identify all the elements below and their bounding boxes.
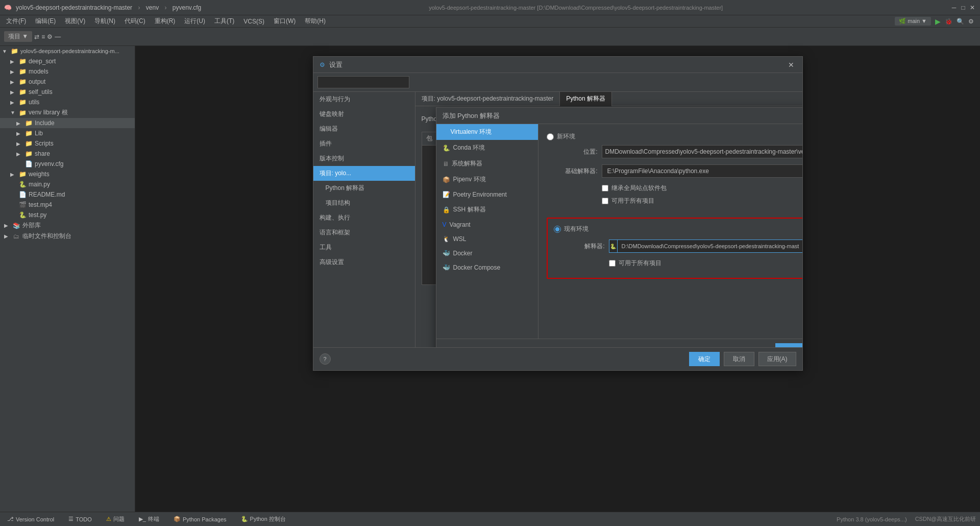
tree-test-py[interactable]: 🐍 test.py	[0, 210, 135, 220]
interp-item-vagrant[interactable]: V Vagrant	[436, 218, 538, 232]
settings-cancel-button[interactable]: 取消	[724, 352, 754, 366]
tree-main-py[interactable]: 🐍 main.py	[0, 179, 135, 189]
existing-env-radio[interactable]	[554, 226, 561, 233]
settings-item-appearance[interactable]: 外观与行为	[313, 92, 415, 107]
tree-test-mp4[interactable]: 🎬 test.mp4	[0, 200, 135, 210]
add-interp-ok-button[interactable]: 确定	[775, 343, 802, 347]
settings-item-project-struct[interactable]: 项目结构	[313, 196, 415, 210]
tree-readme[interactable]: 📄 README.md	[0, 189, 135, 200]
settings-search-input[interactable]	[317, 76, 409, 88]
settings-ok-button[interactable]: 确定	[689, 352, 720, 366]
existing-interp-label: 解释器:	[564, 242, 605, 251]
base-interp-select[interactable]: E:\ProgramFile\Anaconda\python.exe	[602, 164, 802, 178]
tree-venv[interactable]: ▼ 📁 venv library 根	[0, 107, 135, 118]
toolbar-icon-1[interactable]: ⇄	[34, 33, 39, 40]
settings-apply-button[interactable]: 应用(A)	[758, 352, 796, 366]
tree-self-utils[interactable]: ▶ 📁 self_utils	[0, 87, 135, 97]
interp-item-ssh[interactable]: 🔒 SSH 解释器	[436, 202, 538, 218]
new-env-radio[interactable]	[547, 133, 554, 140]
available-existing-checkbox[interactable]	[609, 260, 616, 267]
bottom-terminal[interactable]: ▶_ 终端	[136, 514, 162, 524]
tab-python-interpreter[interactable]: Python 解释器	[560, 92, 612, 106]
temp-arrow: ▶	[4, 233, 10, 239]
lib-label: Lib	[35, 130, 43, 137]
pipenv-label: Pipenv 环境	[453, 175, 486, 184]
settings-item-plugins[interactable]: 插件	[313, 136, 415, 151]
settings-item-lang[interactable]: 语言和框架	[313, 225, 415, 240]
menu-window[interactable]: 窗口(W)	[270, 16, 300, 27]
tree-deep-sort[interactable]: ▶ 📁 deep_sort	[0, 56, 135, 66]
interp-item-virtualenv[interactable]: ✦ Virtualenv 环境	[436, 124, 538, 140]
utils-label: utils	[29, 99, 39, 106]
tab-project-name[interactable]: 项目: yolov5-deepsort-pedestraintracking-m…	[415, 92, 560, 106]
vc-icon: ⎇	[7, 516, 14, 522]
menu-run[interactable]: 运行(U)	[180, 16, 209, 27]
existing-env-radio-item[interactable]: 现有环境	[554, 225, 802, 233]
interp-item-conda[interactable]: 🐍 Conda 环境	[436, 140, 538, 156]
menu-tools[interactable]: 工具(T)	[210, 16, 238, 27]
root-arrow: ▼	[2, 49, 8, 54]
menu-help[interactable]: 帮助(H)	[301, 16, 330, 27]
settings-item-editor[interactable]: 编辑器	[313, 122, 415, 136]
interp-item-wsl[interactable]: 🐧 WSL	[436, 232, 538, 246]
tree-utils[interactable]: ▶ 📁 utils	[0, 97, 135, 107]
settings-item-python-interp[interactable]: Python 解释器	[313, 181, 415, 196]
settings-item-vcs[interactable]: 版本控制	[313, 151, 415, 166]
interp-item-system[interactable]: 🖥 系统解释器	[436, 156, 538, 172]
wsl-label: WSL	[453, 235, 467, 243]
toolbar-icon-4[interactable]: —	[55, 33, 61, 40]
settings-item-advanced[interactable]: 高级设置	[313, 255, 415, 270]
bottom-problems[interactable]: ⚠ 问题	[103, 514, 128, 524]
help-button[interactable]: ?	[320, 353, 331, 365]
interp-item-docker[interactable]: 🐳 Docker	[436, 246, 538, 260]
settings-item-build[interactable]: 构建、执行	[313, 210, 415, 225]
run-btn[interactable]: ▶	[935, 17, 941, 26]
tree-weights[interactable]: ▶ 📁 weights	[0, 169, 135, 179]
minimize-button[interactable]: ─	[950, 4, 958, 11]
branch-selector[interactable]: 🌿 main ▼	[895, 17, 931, 26]
menu-view[interactable]: 视图(V)	[61, 16, 89, 27]
menu-file[interactable]: 文件(F)	[2, 16, 30, 27]
location-input[interactable]	[602, 145, 802, 158]
settings-item-project[interactable]: 项目: yolo...	[313, 166, 415, 181]
tree-external-lib[interactable]: ▶ 📚 外部库	[0, 220, 135, 231]
new-env-radio-item[interactable]: 新环境	[547, 132, 802, 141]
interp-item-poetry[interactable]: 📝 Poetry Environment	[436, 187, 538, 202]
tree-temp-files[interactable]: ▶ 🗂 临时文件和控制台	[0, 231, 135, 242]
settings-gear-icon[interactable]: ⚙	[968, 18, 974, 25]
bottom-python-packages[interactable]: 📦 Python Packages	[170, 515, 230, 523]
available-new-checkbox[interactable]	[602, 198, 608, 204]
toolbar-icon-3[interactable]: ⚙	[47, 33, 53, 40]
settings-overlay: ⚙ 设置 ✕ 外观与行为 键盘映射 编辑器 插件 版本控制 项目: yol	[135, 46, 980, 512]
interp-item-pipenv[interactable]: 📦 Pipenv 环境	[436, 172, 538, 187]
tree-share[interactable]: ▶ 📁 share	[0, 149, 135, 159]
menu-edit[interactable]: 编辑(E)	[31, 16, 60, 27]
menu-refactor[interactable]: 重构(R)	[151, 16, 180, 27]
close-button[interactable]: ✕	[969, 4, 976, 11]
settings-item-tools[interactable]: 工具	[313, 240, 415, 255]
menu-vcs[interactable]: VCS(S)	[239, 17, 268, 26]
existing-interp-select[interactable]: D:\DMDownload\Compressed\yolov5-deepsort…	[617, 240, 802, 253]
debug-btn[interactable]: 🐞	[945, 18, 952, 25]
bottom-python-console[interactable]: 🐍 Python 控制台	[238, 514, 289, 524]
bottom-todo[interactable]: ☰ TODO	[65, 515, 95, 523]
settings-close-button[interactable]: ✕	[786, 60, 796, 70]
title-bar: 🧠 yolov5-deepsort-pedestraintracking-mas…	[0, 0, 980, 15]
settings-item-keymap[interactable]: 键盘映射	[313, 107, 415, 122]
tree-output[interactable]: ▶ 📁 output	[0, 77, 135, 87]
weights-folder-icon: 📁	[18, 170, 27, 178]
search-btn[interactable]: 🔍	[957, 18, 964, 25]
tree-lib[interactable]: ▶ 📁 Lib	[0, 128, 135, 138]
bottom-version-control[interactable]: ⎇ Version Control	[4, 515, 57, 523]
tree-root[interactable]: ▼ 📁 yolov5-deepsort-pedestraintracking-m…	[0, 46, 135, 56]
maximize-button[interactable]: □	[960, 4, 967, 11]
toolbar-icon-2[interactable]: ≡	[41, 33, 45, 40]
menu-navigate[interactable]: 导航(N)	[90, 16, 119, 27]
tree-scripts[interactable]: ▶ 📁 Scripts	[0, 138, 135, 149]
tree-pyvenv[interactable]: 📄 pyvenv.cfg	[0, 159, 135, 169]
tree-models[interactable]: ▶ 📁 models	[0, 66, 135, 77]
interp-item-docker-compose[interactable]: 🐳 Docker Compose	[436, 260, 538, 275]
inherit-checkbox[interactable]	[602, 185, 608, 192]
tree-include[interactable]: ▶ 📁 Include	[0, 118, 135, 128]
menu-code[interactable]: 代码(C)	[120, 16, 150, 27]
